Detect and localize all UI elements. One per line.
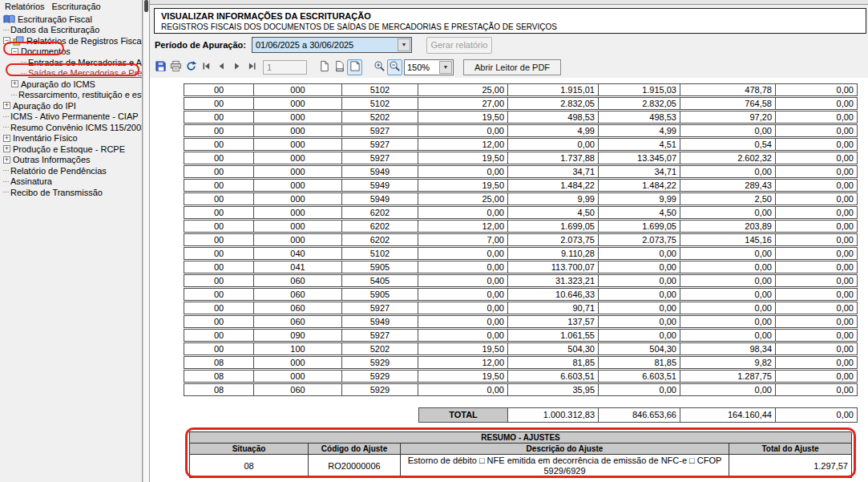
table-cell: 12,00 <box>418 138 508 151</box>
table-cell: 040 <box>254 247 342 260</box>
collapse-icon[interactable] <box>11 48 18 55</box>
table-cell: 35,95 <box>508 383 599 396</box>
sidebar-item-documentos[interactable]: Documentos <box>0 47 142 58</box>
table-cell: 0,00 <box>418 206 508 219</box>
table-cell: 0,00 <box>680 315 776 328</box>
table-cell: 5949 <box>342 192 418 205</box>
continuous-pages-icon <box>333 60 345 75</box>
expand-icon[interactable] <box>3 145 10 152</box>
chevron-down-icon[interactable]: ▼ <box>439 61 452 74</box>
splitter[interactable] <box>143 0 150 482</box>
table-cell: 6.603,51 <box>508 370 599 383</box>
sidebar-item-saidas-de-mercadorias-e-prestacao-d[interactable]: Saídas de Mercadorias e Prestação d <box>0 68 142 79</box>
sidebar-item-ressarcimento-restituicao-e-estorno[interactable]: Ressarcimento, restituição e estorno <box>0 90 142 101</box>
sidebar-item-inventario-fisico[interactable]: Inventário Físico <box>0 133 142 144</box>
table-cell: 0,00 <box>776 261 858 273</box>
table-cell: 0,00 <box>599 247 680 260</box>
zoom-in-button[interactable] <box>372 59 387 75</box>
sidebar-item-label: Relatórios de Registros Fiscais <box>26 36 142 46</box>
facing-pages-view-button[interactable] <box>347 59 362 75</box>
generate-report-button[interactable]: Gerar relatório <box>426 37 492 54</box>
sidebar-item-recibo-de-transmissao[interactable]: Recibo de Transmissão <box>0 187 142 198</box>
period-select[interactable]: 01/06/2025 a 30/06/2025 ▼ <box>252 37 412 53</box>
sidebar-item-relatorios-de-registros-fiscais[interactable]: Relatórios de Registros Fiscais <box>0 35 142 47</box>
sidebar-item-label: Resumo Convênio ICMS 115/2003 <box>10 123 142 132</box>
table-row: 0006054050,0031.323,210,000,000,00 <box>184 274 858 287</box>
main-panel: VISUALIZAR INFORMAÇÕES DA ESCRITURAÇÃO R… <box>150 0 868 482</box>
sidebar-item-producao-e-estoque-rcpe[interactable]: Produção e Estoque - RCPE <box>0 144 142 155</box>
continuous-view-button[interactable] <box>332 59 347 75</box>
table-cell: 1.699,05 <box>599 220 680 233</box>
sidebar-item-resumo-convenio-icms-115-2003[interactable]: Resumo Convênio ICMS 115/2003 <box>0 122 142 133</box>
table-row: 0004159050,00113.700,070,000,000,00 <box>184 261 858 273</box>
table-cell: 19,50 <box>418 111 508 124</box>
nav-next-page-button[interactable] <box>229 59 244 75</box>
table-cell: 113.700,07 <box>508 261 599 273</box>
refresh-button[interactable] <box>184 59 199 75</box>
table-cell: 764,58 <box>680 97 776 110</box>
table-row: 08000592912,0081,8581,859,820,00 <box>184 356 858 369</box>
table-cell: 5927 <box>342 138 418 151</box>
table-cell: 000 <box>254 83 342 96</box>
table-cell: 0,00 <box>418 247 508 260</box>
table-cell: 9,82 <box>680 356 776 369</box>
table-cell: 1.915,01 <box>508 83 599 96</box>
table-cell: 00 <box>184 302 254 314</box>
reports-icon <box>13 36 24 46</box>
table-row: 0806059290,0035,950,000,000,00 <box>184 383 858 396</box>
expand-icon[interactable] <box>3 135 10 142</box>
menu-escrituracao[interactable]: Escrituração <box>50 1 107 12</box>
print-button[interactable] <box>168 59 184 75</box>
tree-connector <box>3 192 9 192</box>
sidebar-item-relatorio-de-pendencias[interactable]: Relatório de Pendências <box>0 165 142 176</box>
nav-prev-page-button[interactable] <box>214 59 229 75</box>
tree-connector <box>3 30 9 30</box>
table-cell: 0,00 <box>680 206 776 219</box>
zoom-level-value: 150% <box>405 63 439 72</box>
sidebar-item-assinatura[interactable]: Assinatura <box>0 176 142 188</box>
next-page-icon <box>232 61 242 74</box>
menu-relatorios[interactable]: Relatórios <box>3 1 50 12</box>
chevron-down-icon[interactable]: ▼ <box>398 38 410 51</box>
printer-icon <box>170 60 182 75</box>
sidebar-item-outras-informacoes[interactable]: Outras Informações <box>0 155 142 166</box>
table-cell: 00 <box>184 329 254 342</box>
tree-connector <box>21 62 26 63</box>
resumo-header-descricao: Descrição do Ajuste <box>401 444 729 455</box>
table-cell: 5905 <box>342 261 418 273</box>
sidebar-item-label: Produção e Estoque - RCPE <box>13 144 125 154</box>
sidebar-item-icms-ativo-permanente-ciap[interactable]: ICMS - Ativo Permanente - CIAP <box>0 111 142 123</box>
nav-first-page-button[interactable] <box>199 59 214 75</box>
zoom-out-icon <box>389 60 401 75</box>
table-cell: 00 <box>184 342 254 355</box>
save-button[interactable] <box>153 59 168 75</box>
expand-icon[interactable] <box>11 80 18 87</box>
collapse-icon[interactable] <box>3 37 10 44</box>
sidebar-item-label: Apuração do IPI <box>13 101 76 111</box>
splitter-grip-icon <box>144 0 148 12</box>
table-cell: 000 <box>254 206 342 219</box>
expand-icon[interactable] <box>3 102 10 109</box>
table-cell: 9,99 <box>508 192 599 205</box>
open-pdf-button[interactable]: Abrir Leitor de PDF <box>463 59 561 75</box>
resumo-cell-situacao: 08 <box>190 455 309 478</box>
sidebar-item-dados-da-escrituracao[interactable]: Dados da Escrituração <box>0 25 142 36</box>
zoom-in-icon <box>373 60 386 75</box>
table-cell: 203,89 <box>680 220 776 233</box>
tree-connector <box>3 116 9 117</box>
table-cell: 00 <box>184 192 254 205</box>
sidebar-item-escrituracao-fiscal[interactable]: Escrituração Fiscal <box>0 14 142 25</box>
sidebar-item-entradas-de-mercadorias-e-aquisicao[interactable]: Entradas de Mercadorias e Aquisição <box>0 57 142 68</box>
table-cell: 00 <box>184 220 254 233</box>
expand-icon[interactable] <box>3 156 10 164</box>
single-page-view-button[interactable] <box>317 59 332 75</box>
tree-connector <box>3 127 9 128</box>
page-number-input[interactable]: 1 <box>263 60 307 75</box>
zoom-out-button[interactable] <box>387 59 402 75</box>
zoom-level-select[interactable]: 150% ▼ <box>404 59 454 75</box>
sidebar-item-apuracao-do-icms[interactable]: Apuração do ICMS <box>0 79 142 90</box>
nav-last-page-button[interactable] <box>244 59 260 75</box>
table-cell: 0,00 <box>680 124 776 137</box>
sidebar-item-apuracao-do-ipi[interactable]: Apuração do IPI <box>0 100 142 111</box>
period-value: 01/06/2025 a 30/06/2025 <box>252 40 398 50</box>
